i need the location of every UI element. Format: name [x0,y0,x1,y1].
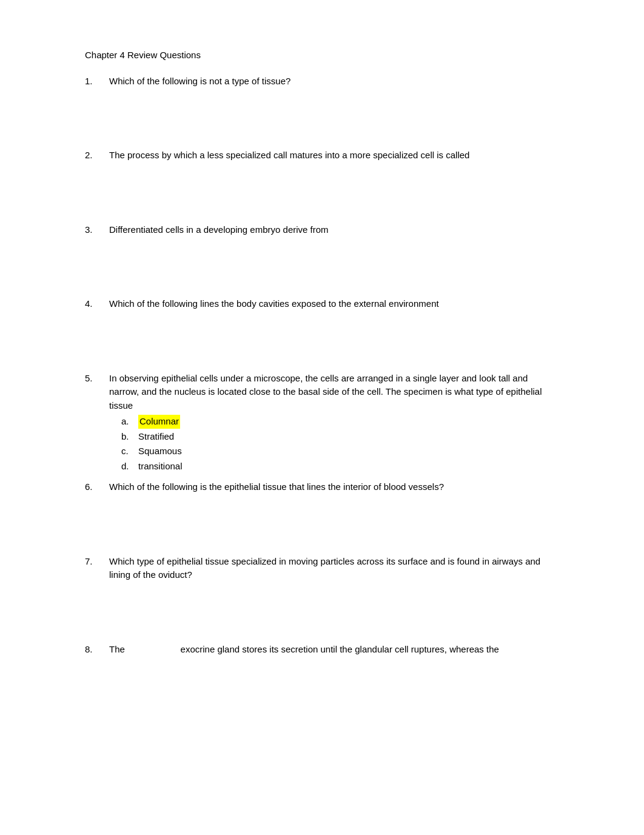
q5-option-c: c. Squamous [121,444,559,458]
q5-text-content: In observing epithelial cells under a mi… [109,373,542,411]
q6-text: Which of the following is the epithelial… [109,480,559,494]
q4-number: 4. [85,297,109,311]
question-6: 6. Which of the following is the epithel… [85,480,559,494]
questions-list: 1. Which of the following is not a type … [85,75,559,657]
q1-text: Which of the following is not a type of … [109,75,559,89]
q5-option-b-text: Stratified [138,430,174,444]
q7-text: Which type of epithelial tissue speciali… [109,555,559,582]
q5-option-b: b. Stratified [121,430,559,444]
q5-number: 5. [85,372,109,386]
q8-text: The exocrine gland stores its secretion … [109,643,559,657]
q5-option-d-text: transitional [138,460,183,474]
q4-text: Which of the following lines the body ca… [109,297,559,311]
q8-text-after: exocrine gland stores its secretion unti… [181,644,499,654]
q5-option-a-text: Columnar [138,415,180,429]
question-2: 2. The process by which a less specializ… [85,149,559,163]
q5-option-b-label: b. [121,430,138,444]
q5-option-c-label: c. [121,444,138,458]
q5-option-a: a. Columnar [121,415,559,429]
q6-number: 6. [85,480,109,494]
q8-blank [127,643,178,657]
q5-option-c-text: Squamous [138,444,182,458]
question-3: 3. Differentiated cells in a developing … [85,223,559,237]
q5-option-d-label: d. [121,460,138,474]
q8-text-before: The [109,644,125,654]
chapter-title: Chapter 4 Review Questions [85,49,559,62]
q1-number: 1. [85,75,109,89]
q3-number: 3. [85,223,109,237]
question-1: 1. Which of the following is not a type … [85,75,559,89]
question-8: 8. The exocrine gland stores its secreti… [85,643,559,657]
q5-option-a-label: a. [121,415,138,429]
q5-option-d: d. transitional [121,460,559,474]
q3-text: Differentiated cells in a developing emb… [109,223,559,237]
q7-number: 7. [85,555,109,569]
q8-number: 8. [85,643,109,657]
q2-number: 2. [85,149,109,163]
q5-text: In observing epithelial cells under a mi… [109,372,559,475]
q2-text: The process by which a less specialized … [109,149,559,163]
q5-options: a. Columnar b. Stratified c. Squamous d.… [121,415,559,473]
question-4: 4. Which of the following lines the body… [85,297,559,311]
question-5: 5. In observing epithelial cells under a… [85,372,559,475]
question-7: 7. Which type of epithelial tissue speci… [85,555,559,582]
